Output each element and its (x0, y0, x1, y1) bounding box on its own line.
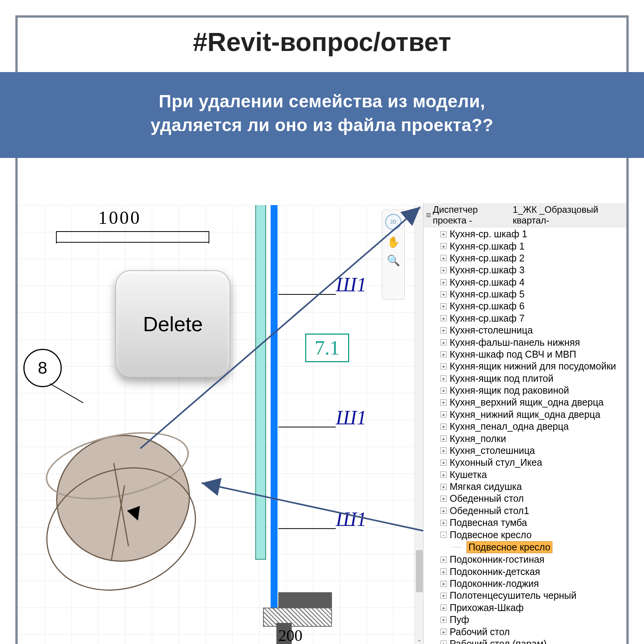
expand-icon[interactable]: + (440, 399, 447, 406)
tree-item[interactable]: +Подоконник-детская (428, 566, 626, 578)
expand-icon[interactable]: + (440, 605, 447, 611)
expand-icon[interactable]: + (440, 375, 447, 381)
expand-icon[interactable]: + (440, 267, 447, 273)
expand-icon[interactable]: + (440, 291, 447, 297)
expand-icon[interactable]: + (440, 484, 447, 490)
room-tag[interactable]: 7.1 (305, 334, 349, 362)
expand-icon[interactable]: + (440, 388, 447, 394)
tree-item[interactable]: +Прихожая-Шкаф (428, 602, 626, 614)
tree-item-label: Пуф (450, 614, 469, 625)
zoom-icon[interactable]: 🔍 (387, 254, 400, 267)
expand-icon[interactable]: + (440, 363, 447, 370)
tree-item[interactable]: +Подоконник-гостиная (428, 554, 626, 565)
tree-item[interactable]: +Мягкая сидушка (428, 481, 626, 493)
tree-item[interactable]: +Кухня_верхний ящик_одна дверца (428, 396, 626, 408)
expand-icon[interactable]: + (440, 231, 447, 237)
expand-icon[interactable]: + (440, 460, 447, 466)
drawing-canvas[interactable]: 1000 Delete 8 Ш1 Ш1 Ш1 7.1 200 2D ✋ 🔍 (18, 205, 424, 644)
grid-bubble-number: 8 (38, 358, 47, 378)
expand-icon[interactable]: + (440, 629, 447, 635)
expand-icon[interactable]: + (440, 508, 447, 514)
canvas-scrollbar[interactable]: ⌃ ⌄ (414, 205, 424, 644)
expand-icon[interactable]: + (440, 520, 447, 526)
tree-item[interactable]: -Подвесное кресло (428, 529, 626, 540)
browser-title-bar[interactable]: ≡ Диспетчер проекта - 1_ЖК _Образцовый к… (424, 203, 626, 227)
tree-item-label: Кухня_верхний ящик_одна дверца (450, 397, 604, 408)
tree-item[interactable]: +Кухня-ср.шкаф 5 (428, 288, 626, 300)
expand-icon[interactable]: + (440, 581, 447, 587)
expand-icon[interactable]: + (440, 557, 447, 563)
chair-family[interactable] (41, 427, 205, 588)
scroll-down-icon[interactable]: ⌄ (415, 634, 424, 644)
expand-icon[interactable]: + (440, 339, 447, 345)
expand-icon[interactable]: + (440, 351, 447, 357)
wall-blue[interactable] (271, 205, 278, 627)
tree-item[interactable]: +Кушетка (428, 469, 626, 481)
tree-item[interactable]: +Кухня-шкаф под СВЧ и МВП (428, 348, 626, 360)
expand-icon[interactable]: + (440, 243, 447, 249)
scroll-up-icon[interactable]: ⌃ (415, 205, 424, 215)
tree-item[interactable]: +Кухня_нижний ящик_одна дверца (428, 409, 626, 421)
tree-item[interactable]: Подвесное кресло (428, 541, 626, 554)
tree-item[interactable]: +Кухня-ср. шкаф 1 (428, 228, 626, 240)
tree-item[interactable]: +Полотенцесушитель черный (428, 590, 626, 601)
label-sh1-c[interactable]: Ш1 (336, 508, 366, 531)
tree-item[interactable]: +Кухонный стул_Икеа (428, 457, 626, 468)
tree-item[interactable]: +Кухня-фальш-панель нижняя (428, 336, 626, 348)
project-browser[interactable]: ≡ Диспетчер проекта - 1_ЖК _Образцовый к… (423, 203, 626, 644)
expand-icon[interactable]: + (440, 327, 447, 334)
grid-bubble[interactable]: 8 (23, 349, 62, 387)
tree-item[interactable]: +Кухня_столешница (428, 445, 626, 457)
tree-item-label: Кухня_столешница (450, 445, 535, 456)
expand-icon[interactable]: + (440, 411, 447, 417)
wall-dark[interactable] (278, 592, 332, 608)
tree-item-label: Обеденный стол1 (450, 505, 529, 516)
pan-icon[interactable]: ✋ (387, 236, 400, 248)
tree-item[interactable]: +Подоконник-лоджия (428, 578, 626, 590)
expand-icon[interactable]: + (440, 472, 447, 478)
expand-icon[interactable]: + (440, 255, 447, 261)
nav-wheel[interactable]: 2D ✋ 🔍 (382, 210, 405, 300)
browser-tree[interactable]: +Кухня-ср. шкаф 1+Кухня-ср.шкаф 1+Кухня-… (424, 227, 626, 644)
collapse-icon[interactable]: - (440, 532, 447, 538)
wall-vertical[interactable] (255, 205, 266, 560)
scroll-thumb[interactable] (416, 550, 423, 592)
expand-icon[interactable]: + (440, 303, 447, 309)
wall-hatch[interactable] (263, 608, 332, 627)
browser-menu-icon[interactable]: ≡ (426, 210, 430, 220)
tree-item[interactable]: +Кухня-ср.шкаф 7 (428, 312, 626, 324)
expand-icon[interactable]: + (440, 315, 447, 321)
tree-item[interactable]: +Кухня-ящик нижний для посудомойки (428, 360, 626, 372)
view-cube-icon[interactable]: 2D (385, 214, 401, 230)
tree-item[interactable]: +Кухня_пенал_одна дверца (428, 421, 626, 432)
expand-icon[interactable]: + (440, 617, 447, 623)
tree-item[interactable]: +Кухня_полки (428, 432, 626, 444)
expand-icon[interactable]: + (440, 496, 447, 502)
expand-icon[interactable]: + (440, 424, 447, 430)
expand-icon[interactable]: + (440, 568, 447, 575)
tree-item[interactable]: +Рабочий стол (428, 626, 626, 637)
expand-icon[interactable]: + (440, 593, 447, 599)
tree-item-label: Кухня_пенал_одна дверца (450, 421, 569, 432)
tree-item-label: Мягкая сидушка (450, 481, 522, 492)
tree-item[interactable]: +Кухня-ср.шкаф 6 (428, 300, 626, 312)
tree-item[interactable]: +Обеденный стол1 (428, 505, 626, 517)
label-sh1-a[interactable]: Ш1 (336, 273, 366, 296)
tree-item[interactable]: +Обеденный стол (428, 493, 626, 504)
tree-item[interactable]: +Кухня-столешница (428, 324, 626, 336)
tree-item[interactable]: +Кухня-ящик под раковиной (428, 384, 626, 396)
tree-item[interactable]: +Кухня-ср.шкаф 1 (428, 240, 626, 252)
expand-icon[interactable]: + (440, 435, 447, 442)
tree-item[interactable]: +Кухня-ящик под плитой (428, 373, 626, 384)
expand-icon[interactable]: + (440, 447, 447, 453)
expand-icon[interactable]: + (440, 279, 447, 285)
expand-icon[interactable]: + (440, 641, 447, 644)
tree-item[interactable]: +Пуф (428, 614, 626, 626)
tree-item-label: Подоконник-детская (450, 566, 540, 577)
tree-item[interactable]: +Подвесная тумба (428, 517, 626, 529)
tree-item[interactable]: +Рабочий стол (парам) (428, 638, 626, 644)
tree-item[interactable]: +Кухня-ср.шкаф 2 (428, 252, 626, 264)
tree-item[interactable]: +Кухня-ср.шкаф 3 (428, 264, 626, 276)
label-sh1-b[interactable]: Ш1 (336, 406, 366, 429)
tree-item[interactable]: +Кухня-ср.шкаф 4 (428, 276, 626, 288)
